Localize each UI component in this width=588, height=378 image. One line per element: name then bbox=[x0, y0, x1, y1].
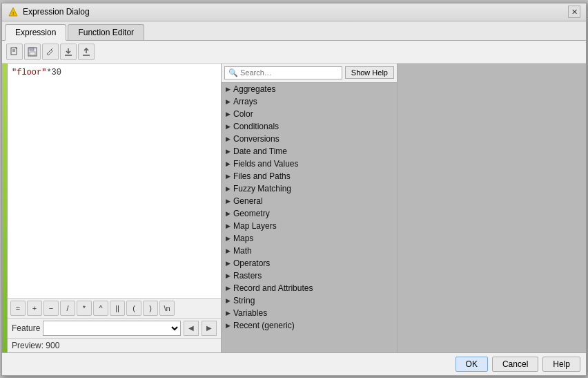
function-list: ▶Aggregates▶Arrays▶Color▶Conditionals▶Co… bbox=[222, 83, 397, 352]
op-close-paren[interactable]: ) bbox=[143, 301, 158, 316]
op-power[interactable]: ^ bbox=[93, 301, 108, 316]
save-button[interactable] bbox=[24, 44, 41, 60]
op-equals[interactable]: = bbox=[10, 301, 26, 316]
function-category-operators[interactable]: ▶Operators bbox=[222, 257, 397, 270]
import-icon bbox=[63, 47, 73, 57]
title-bar: ! Expression Dialog ✕ bbox=[2, 3, 586, 21]
function-category-recent-generic[interactable]: ▶Recent (generic) bbox=[222, 319, 397, 332]
category-label: Aggregates bbox=[233, 84, 275, 94]
new-icon bbox=[10, 47, 19, 57]
arrow-icon: ▶ bbox=[226, 198, 231, 205]
edit-icon bbox=[46, 47, 55, 57]
category-label: Files and Paths bbox=[233, 171, 291, 181]
edit-button[interactable] bbox=[42, 44, 59, 60]
tab-bar: Expression Function Editor bbox=[2, 21, 586, 41]
op-newline[interactable]: \n bbox=[159, 301, 175, 316]
arrow-icon: ▶ bbox=[226, 260, 231, 267]
operators-bar: = + − / * ^ || ( ) \n bbox=[8, 298, 221, 318]
nav-next-button[interactable]: ▶ bbox=[202, 321, 217, 336]
category-label: Color bbox=[233, 109, 253, 119]
import-button[interactable] bbox=[60, 44, 77, 60]
arrow-icon: ▶ bbox=[226, 223, 231, 229]
category-label: Date and Time bbox=[233, 147, 287, 156]
category-label: Fields and Values bbox=[233, 159, 299, 169]
search-icon: 🔍 bbox=[228, 68, 238, 77]
arrow-icon: ▶ bbox=[226, 297, 231, 304]
green-side-bar bbox=[2, 64, 8, 352]
app-icon: ! bbox=[8, 6, 19, 17]
nav-prev-button[interactable]: ◀ bbox=[184, 321, 199, 336]
arrow-icon: ▶ bbox=[226, 135, 231, 142]
svg-rect-6 bbox=[30, 48, 34, 50]
function-category-conditionals[interactable]: ▶Conditionals bbox=[222, 120, 397, 133]
ok-button[interactable]: OK bbox=[455, 357, 488, 372]
feature-label: Feature bbox=[12, 323, 40, 333]
arrow-icon: ▶ bbox=[226, 98, 231, 105]
function-category-arrays[interactable]: ▶Arrays bbox=[222, 95, 397, 108]
save-icon bbox=[28, 47, 37, 57]
search-input[interactable] bbox=[240, 68, 338, 77]
feature-select[interactable] bbox=[43, 321, 181, 336]
function-category-fields-and-values[interactable]: ▶Fields and Values bbox=[222, 158, 397, 170]
svg-line-8 bbox=[51, 48, 52, 50]
arrow-icon: ▶ bbox=[226, 247, 231, 254]
function-category-general[interactable]: ▶General bbox=[222, 195, 397, 207]
op-open-paren[interactable]: ( bbox=[126, 301, 141, 316]
category-label: Record and Attributes bbox=[233, 283, 313, 293]
category-label: Recent (generic) bbox=[233, 321, 295, 330]
op-plus[interactable]: + bbox=[27, 301, 42, 316]
bottom-bar: OK Cancel Help bbox=[2, 352, 586, 375]
function-category-variables[interactable]: ▶Variables bbox=[222, 307, 397, 319]
function-category-fuzzy-matching[interactable]: ▶Fuzzy Matching bbox=[222, 182, 397, 195]
arrow-icon: ▶ bbox=[226, 173, 231, 180]
export-button[interactable] bbox=[78, 44, 95, 60]
function-category-conversions[interactable]: ▶Conversions bbox=[222, 133, 397, 145]
arrow-icon: ▶ bbox=[226, 285, 231, 292]
op-multiply[interactable]: * bbox=[77, 301, 92, 316]
right-panel bbox=[398, 64, 586, 352]
category-label: Conditionals bbox=[233, 122, 279, 131]
expression-display[interactable]: "floor"*30 bbox=[8, 64, 221, 298]
tab-expression[interactable]: Expression bbox=[5, 24, 66, 41]
function-category-date-and-time[interactable]: ▶Date and Time bbox=[222, 145, 397, 158]
arrow-icon: ▶ bbox=[226, 111, 231, 117]
category-label: Geometry bbox=[233, 209, 270, 218]
op-divide[interactable]: / bbox=[60, 301, 75, 316]
preview-label: Preview: bbox=[12, 341, 43, 350]
function-category-maps[interactable]: ▶Maps bbox=[222, 232, 397, 245]
cancel-button[interactable]: Cancel bbox=[492, 357, 538, 372]
op-minus[interactable]: − bbox=[43, 301, 59, 316]
function-category-string[interactable]: ▶String bbox=[222, 294, 397, 307]
svg-rect-7 bbox=[30, 52, 35, 55]
arrow-icon: ▶ bbox=[226, 148, 231, 155]
expression-string: "floor" bbox=[12, 68, 46, 77]
main-content: "floor"*30 = + − / * ^ || ( ) \n Feature bbox=[2, 64, 586, 352]
function-category-map-layers[interactable]: ▶Map Layers bbox=[222, 220, 397, 232]
svg-text:!: ! bbox=[12, 10, 14, 17]
category-label: Rasters bbox=[233, 271, 262, 281]
function-category-files-and-paths[interactable]: ▶Files and Paths bbox=[222, 170, 397, 182]
category-label: String bbox=[233, 296, 255, 305]
category-label: Map Layers bbox=[233, 221, 277, 231]
category-label: Operators bbox=[233, 258, 270, 268]
function-category-record-and-attributes[interactable]: ▶Record and Attributes bbox=[222, 282, 397, 294]
arrow-icon: ▶ bbox=[226, 86, 231, 93]
show-help-button[interactable]: Show Help bbox=[345, 66, 394, 79]
help-button[interactable]: Help bbox=[542, 357, 580, 372]
function-category-color[interactable]: ▶Color bbox=[222, 108, 397, 120]
arrow-icon: ▶ bbox=[226, 322, 231, 329]
close-button[interactable]: ✕ bbox=[568, 6, 580, 18]
category-label: Arrays bbox=[233, 97, 257, 106]
function-category-geometry[interactable]: ▶Geometry bbox=[222, 207, 397, 220]
function-category-aggregates[interactable]: ▶Aggregates bbox=[222, 83, 397, 95]
new-button[interactable] bbox=[6, 44, 23, 60]
function-category-rasters[interactable]: ▶Rasters bbox=[222, 270, 397, 282]
dialog-title: Expression Dialog bbox=[23, 7, 90, 17]
op-concat[interactable]: || bbox=[110, 301, 125, 316]
category-label: Conversions bbox=[233, 134, 280, 144]
tab-function-editor[interactable]: Function Editor bbox=[68, 24, 144, 40]
category-label: Maps bbox=[233, 234, 253, 243]
arrow-icon: ▶ bbox=[226, 160, 231, 167]
expression-operator: *30 bbox=[46, 68, 61, 77]
function-category-math[interactable]: ▶Math bbox=[222, 245, 397, 257]
